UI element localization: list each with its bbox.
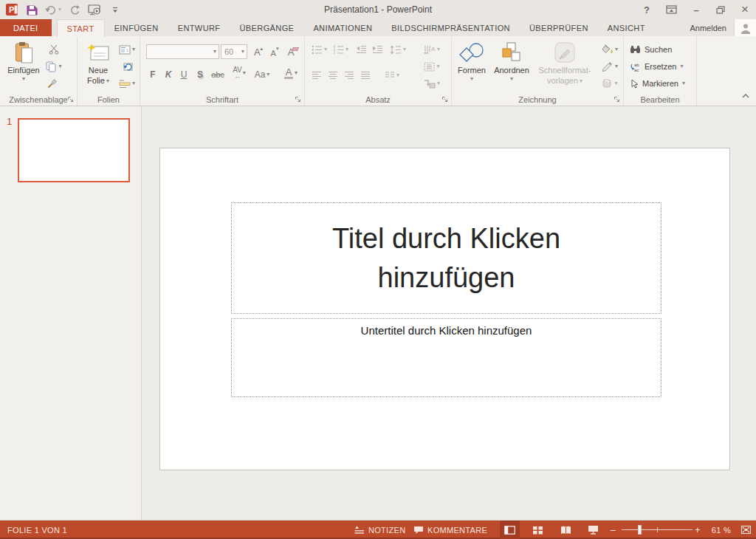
- tab-uebergaenge[interactable]: ÜBERGÄNGE: [230, 19, 303, 36]
- restore-button[interactable]: [715, 3, 726, 16]
- sign-in-link[interactable]: Anmelden: [690, 24, 726, 32]
- zoom-slider-handle[interactable]: [638, 525, 642, 535]
- text-shadow-button[interactable]: S: [193, 67, 207, 82]
- copy-button[interactable]: ▾: [43, 58, 65, 75]
- group-label-clipboard: Zwischenablage: [0, 95, 77, 104]
- ribbon-display-options-button[interactable]: [666, 3, 677, 16]
- change-case-button[interactable]: Aa ▾: [252, 67, 272, 82]
- justify-button[interactable]: [358, 67, 373, 83]
- quick-styles-button[interactable]: Schnellformat- vorlagen ▾: [535, 40, 595, 86]
- numbering-button[interactable]: ▾: [331, 41, 351, 58]
- customize-qat-button[interactable]: [109, 2, 122, 17]
- comments-button[interactable]: KOMMENTARE: [413, 521, 487, 539]
- clear-formatting-button[interactable]: A: [285, 43, 301, 58]
- view-reading-button[interactable]: [556, 521, 576, 539]
- find-button[interactable]: Suchen: [630, 43, 672, 56]
- italic-button[interactable]: K: [162, 67, 175, 82]
- font-size-input[interactable]: [221, 47, 241, 56]
- view-slideshow-button[interactable]: [583, 521, 603, 539]
- slide-page[interactable]: Titel durch Klicken hinzufügen Untertite…: [159, 148, 730, 470]
- subtitle-placeholder[interactable]: Untertitel durch Klicken hinzufügen: [231, 318, 662, 397]
- svg-text:A: A: [431, 46, 436, 52]
- zoom-in-button[interactable]: +: [695, 521, 701, 539]
- decrease-indent-button[interactable]: [354, 41, 368, 58]
- align-text-button[interactable]: ▾: [420, 58, 444, 75]
- align-center-button[interactable]: [326, 67, 340, 83]
- paste-button[interactable]: Einfügen ▾: [4, 40, 43, 82]
- tab-entwurf[interactable]: ENTWURF: [168, 19, 230, 36]
- replace-label: Ersetzen: [645, 62, 676, 71]
- shape-outline-button[interactable]: ▾: [598, 58, 622, 75]
- group-clipboard: Einfügen ▾ ▾ Zwischenablage: [0, 36, 78, 106]
- undo-button[interactable]: ▾: [45, 2, 61, 17]
- view-normal-button[interactable]: [500, 521, 520, 539]
- window-title: Präsentation1 - PowerPoint: [324, 0, 432, 19]
- dropdown-icon: ▾: [436, 63, 439, 69]
- font-name-combo[interactable]: ▾: [146, 44, 219, 59]
- tab-ansicht[interactable]: ANSICHT: [598, 19, 655, 36]
- reset-slide-button[interactable]: [116, 58, 138, 75]
- increase-indent-button[interactable]: [370, 41, 385, 58]
- shape-fill-button[interactable]: ▾: [598, 41, 622, 58]
- svg-text:ac: ac: [634, 67, 639, 72]
- find-label: Suchen: [645, 45, 672, 54]
- editor-canvas: Titel durch Klicken hinzufügen Untertite…: [142, 106, 756, 520]
- text-direction-button[interactable]: A ▾: [420, 41, 444, 58]
- tab-animationen[interactable]: ANIMATIONEN: [303, 19, 382, 36]
- arrange-icon: [501, 40, 522, 65]
- strikethrough-button[interactable]: abc: [209, 67, 227, 82]
- zoom-out-button[interactable]: −: [610, 521, 616, 539]
- align-left-button[interactable]: [309, 67, 324, 83]
- view-slide-sorter-button[interactable]: [528, 521, 548, 539]
- decrease-font-size-button[interactable]: A▾: [267, 43, 282, 58]
- convert-to-smartart-button[interactable]: ▾: [420, 75, 444, 92]
- shape-effects-button[interactable]: ▾: [598, 75, 622, 92]
- character-spacing-button[interactable]: AV↔ ▾: [229, 66, 250, 80]
- start-from-beginning-button[interactable]: [88, 2, 102, 17]
- dropdown-icon: ▾: [243, 70, 246, 76]
- avatar[interactable]: [734, 19, 756, 36]
- underline-button[interactable]: U: [177, 67, 190, 82]
- replace-button[interactable]: abac Ersetzen ▾: [630, 60, 683, 73]
- zoom-level[interactable]: 61 %: [707, 521, 731, 539]
- fit-slide-to-window-button[interactable]: [736, 521, 756, 539]
- format-painter-button[interactable]: [44, 75, 61, 92]
- arrange-button[interactable]: Anordnen ▾: [490, 40, 533, 82]
- collapse-ribbon-button[interactable]: [740, 91, 752, 101]
- help-button[interactable]: ?: [642, 3, 652, 16]
- minimize-button[interactable]: –: [691, 3, 701, 16]
- select-button[interactable]: Markieren ▾: [630, 77, 685, 90]
- increase-font-size-button[interactable]: A▴: [251, 43, 266, 58]
- slide-thumbnail[interactable]: [18, 118, 130, 182]
- slide-layout-button[interactable]: ▾: [116, 41, 138, 58]
- columns-button[interactable]: ▾: [382, 67, 402, 83]
- tab-datei[interactable]: DATEI: [0, 19, 52, 36]
- notes-button[interactable]: NOTIZEN: [354, 521, 405, 539]
- dropdown-icon: ▾: [614, 80, 617, 86]
- close-button[interactable]: ×: [740, 3, 750, 16]
- save-button[interactable]: [25, 2, 38, 17]
- new-slide-button[interactable]: Neue Folie ▾: [80, 40, 116, 86]
- shapes-label: Formen: [458, 66, 486, 75]
- powerpoint-app-icon[interactable]: P: [5, 2, 18, 17]
- font-color-button[interactable]: A ▾: [281, 66, 301, 80]
- title-placeholder[interactable]: Titel durch Klicken hinzufügen: [231, 202, 662, 314]
- group-label-drawing: Zeichnung: [452, 95, 623, 104]
- shapes-button[interactable]: Formen ▾: [455, 40, 489, 82]
- section-button[interactable]: ▾: [116, 75, 138, 92]
- sign-in-area: Anmelden: [690, 19, 756, 36]
- dropdown-icon[interactable]: ▾: [58, 7, 61, 13]
- tab-bildschirmpraesentation[interactable]: BILDSCHIRMPRÄSENTATION: [382, 19, 520, 36]
- font-name-input[interactable]: [147, 47, 213, 56]
- align-right-button[interactable]: [342, 67, 357, 83]
- bold-button[interactable]: F: [146, 67, 159, 82]
- dropdown-icon: ▾: [580, 78, 583, 84]
- redo-button[interactable]: [68, 2, 81, 17]
- tab-einfuegen[interactable]: EINFÜGEN: [105, 19, 168, 36]
- font-size-combo[interactable]: ▾: [221, 44, 247, 59]
- bullets-button[interactable]: ▾: [309, 41, 329, 58]
- cut-button[interactable]: [46, 41, 62, 58]
- tab-ueberpruefen[interactable]: ÜBERPRÜFEN: [520, 19, 598, 36]
- tab-start[interactable]: START: [57, 19, 105, 37]
- line-spacing-button[interactable]: ▾: [388, 41, 408, 58]
